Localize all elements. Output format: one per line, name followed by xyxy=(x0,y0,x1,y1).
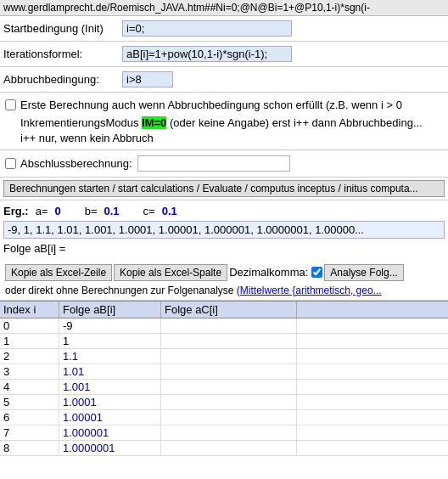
folge-values: -9, 1, 1.1, 1.01, 1.001, 1.0001, 1.00001… xyxy=(8,223,364,236)
cell-extra xyxy=(297,395,416,409)
checkbox2-input[interactable] xyxy=(5,158,16,169)
checkbox1-label: Erste Berechnung auch wenn Abbruchbeding… xyxy=(20,98,443,113)
url-text: www.gerdlamprecht.de/Roemisch_JAVA.htm##… xyxy=(3,2,370,14)
cell-folgeC xyxy=(161,395,297,409)
cell-index: 5 xyxy=(0,395,59,409)
inkrement-row: InkrementierungsModus IM=0 (oder keine A… xyxy=(3,116,445,146)
cell-folgeC xyxy=(161,410,297,425)
cell-index: 0 xyxy=(0,318,59,333)
cell-folgeB: 1.1 xyxy=(59,349,161,363)
checkbox1-section: Erste Berechnung auch wenn Abbruchbeding… xyxy=(0,93,448,150)
startbedingung-input[interactable]: i=0; xyxy=(122,20,292,37)
folge-label-row: Folge aB[i] = xyxy=(3,240,445,256)
startbedingung-section: Startbedingung (Init) i=0; xyxy=(0,16,448,42)
iterationsformel-label: Iterationsformel: xyxy=(3,48,122,60)
data-table: Index i Folge aB[i] Folge aC[i] 0 -9 1 1… xyxy=(0,301,448,456)
iterationsformel-input[interactable]: aB[i]=1+pow(10,1-i)*sgn(i-1); xyxy=(122,46,292,62)
table-row: 5 1.0001 xyxy=(0,395,448,410)
checkbox1-row: Erste Berechnung auch wenn Abbruchbeding… xyxy=(3,95,445,116)
cell-index: 2 xyxy=(0,349,59,363)
cell-index: 4 xyxy=(0,380,59,394)
kopie-excel-zeile-button[interactable]: Kopie als Excel-Zeile xyxy=(5,264,112,281)
folge-label: Folge aB[i] = xyxy=(3,242,65,255)
col-header-index: Index i xyxy=(0,301,59,318)
cell-folgeB: 1.001 xyxy=(59,380,161,394)
abschluss-section: Abschlussberechnung: xyxy=(0,150,448,178)
table-body: 0 -9 1 1 2 1.1 3 1.01 4 1.001 5 1.0001 6… xyxy=(0,318,448,456)
table-row: 2 1.1 xyxy=(0,349,448,364)
dezimal-label: Dezimalkomma: xyxy=(229,266,308,279)
startbedingung-row: Startbedingung (Init) i=0; xyxy=(3,19,445,38)
checkbox1-input[interactable] xyxy=(5,99,16,110)
cell-index: 1 xyxy=(0,334,59,348)
inkrement-note: i++ nur, wenn kein Abbruch xyxy=(20,132,154,144)
ergebnis-section: Erg.: a= 0 b= 0.1 c= 0.1 -9, 1, 1.1, 1.0… xyxy=(0,200,448,259)
cell-folgeC xyxy=(161,349,297,363)
cell-index: 8 xyxy=(0,441,59,455)
cell-extra xyxy=(297,318,416,333)
table-headers: Index i Folge aB[i] Folge aC[i] xyxy=(0,301,448,318)
dezimal-row: Dezimalkomma: xyxy=(229,266,322,279)
cell-folgeB: 1.000001 xyxy=(59,425,161,440)
inkrement-highlight: IM=0 xyxy=(142,116,166,129)
oder-row: oder direkt ohne Berechnungen zur Folgen… xyxy=(3,284,445,297)
col-header-folgeB: Folge aB[i] xyxy=(59,301,161,318)
abbruchbedingung-input[interactable]: i>8 xyxy=(122,71,173,87)
a-label: a= xyxy=(36,205,48,217)
cell-folgeB: -9 xyxy=(59,318,161,333)
action-buttons-section: Kopie als Excel-Zeile Kopie als Excel-Sp… xyxy=(0,259,448,301)
analyse-folge-button[interactable]: Analyse Folg... xyxy=(324,264,403,281)
erg-label: Erg.: xyxy=(3,205,29,217)
start-button-section: Berechnungen starten / start calculation… xyxy=(0,178,448,200)
buttons-row: Kopie als Excel-Zeile Kopie als Excel-Sp… xyxy=(3,262,445,284)
abschluss-label: Abschlussberechnung: xyxy=(20,157,132,170)
kopie-excel-spalte-button[interactable]: Kopie als Excel-Spalte xyxy=(114,264,227,281)
oder-text: oder direkt ohne Berechnungen zur Folgen… xyxy=(5,285,234,296)
abschluss-row: Abschlussberechnung: xyxy=(3,153,445,174)
cell-extra xyxy=(297,349,416,363)
cell-index: 6 xyxy=(0,410,59,425)
cell-extra xyxy=(297,410,416,425)
a-value: 0 xyxy=(54,205,60,217)
col-header-extra xyxy=(297,301,416,318)
table-row: 7 1.000001 xyxy=(0,425,448,441)
b-label: b= xyxy=(85,205,98,217)
c-label: c= xyxy=(143,205,155,217)
table-row: 4 1.001 xyxy=(0,380,448,395)
abbruchbedingung-row: Abbruchbedingung: i>8 xyxy=(3,70,445,89)
table-row: 8 1.0000001 xyxy=(0,441,448,456)
table-row: 0 -9 xyxy=(0,318,448,334)
cell-index: 3 xyxy=(0,364,59,379)
iterationsformel-section: Iterationsformel: aB[i]=1+pow(10,1-i)*sg… xyxy=(0,42,448,67)
table-row: 3 1.01 xyxy=(0,364,448,380)
cell-folgeC xyxy=(161,318,297,333)
cell-extra xyxy=(297,441,416,455)
cell-folgeC xyxy=(161,364,297,379)
cell-folgeB: 1.0000001 xyxy=(59,441,161,455)
cell-extra xyxy=(297,425,416,440)
address-bar: www.gerdlamprecht.de/Roemisch_JAVA.htm##… xyxy=(0,0,448,16)
start-button[interactable]: Berechnungen starten / start calculation… xyxy=(3,180,445,197)
cell-folgeB: 1.01 xyxy=(59,364,161,379)
oder-link[interactable]: (Mittelwerte {arithmetisch, geo... xyxy=(237,285,382,296)
inkrement-before: InkrementierungsModus xyxy=(20,116,142,129)
ergebnis-row: Erg.: a= 0 b= 0.1 c= 0.1 xyxy=(3,203,445,219)
abschluss-input[interactable] xyxy=(137,155,290,172)
table-row: 6 1.00001 xyxy=(0,410,448,425)
folge-values-row: -9, 1, 1.1, 1.01, 1.001, 1.0001, 1.00001… xyxy=(3,221,445,239)
abbruchbedingung-section: Abbruchbedingung: i>8 xyxy=(0,67,448,93)
cell-folgeB: 1.00001 xyxy=(59,410,161,425)
cell-folgeB: 1.0001 xyxy=(59,395,161,409)
table-row: 1 1 xyxy=(0,334,448,349)
cell-folgeB: 1 xyxy=(59,334,161,348)
cell-extra xyxy=(297,364,416,379)
cell-folgeC xyxy=(161,441,297,455)
inkrement-after: (oder keine Angabe) erst i++ dann Abbruc… xyxy=(166,116,422,129)
b-value: 0.1 xyxy=(104,205,120,217)
c-value: 0.1 xyxy=(162,205,177,217)
dezimal-checkbox[interactable] xyxy=(311,267,322,278)
cell-folgeC xyxy=(161,334,297,348)
cell-index: 7 xyxy=(0,425,59,440)
cell-extra xyxy=(297,380,416,394)
abbruchbedingung-label: Abbruchbedingung: xyxy=(3,73,122,86)
